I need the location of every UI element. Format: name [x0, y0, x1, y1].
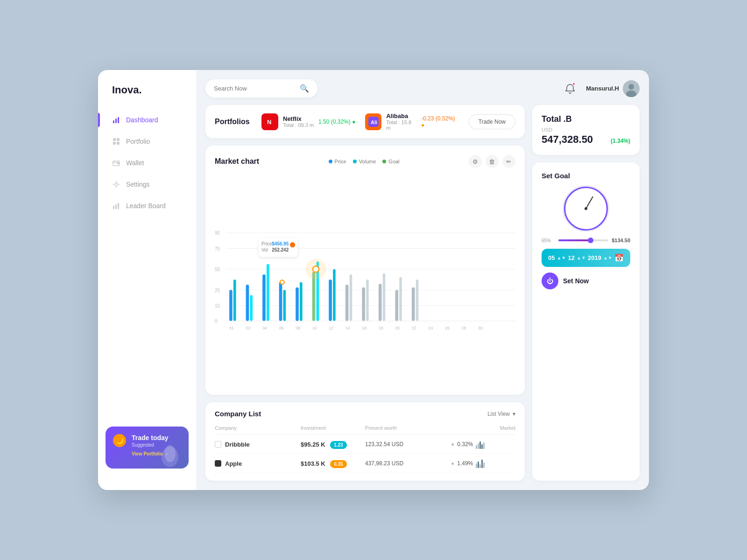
goal-clock [563, 185, 609, 232]
calendar-icon[interactable]: 📅 [614, 253, 624, 262]
svg-rect-2 [118, 117, 119, 123]
total-change: (1.34%) [611, 138, 630, 144]
svg-rect-34 [229, 290, 233, 321]
chart-legend: Price Volume Goal [329, 159, 400, 164]
col-company: Company [215, 425, 301, 431]
mini-bar [479, 464, 481, 468]
market-chart-svg: 95 75 50 25 10 0 [215, 174, 515, 385]
right-column: Total .B USD 547,328.50 (1.34%) Set Goal [532, 105, 640, 481]
svg-text:252.242: 252.242 [272, 247, 289, 252]
portfolios-title: Portfolios [215, 118, 252, 126]
apple-investment: $103.5 K [301, 460, 325, 467]
col-present-worth: Present worth [365, 425, 451, 431]
chart-actions: ⚙ 🗑 ✏ [469, 155, 515, 168]
trade-card[interactable]: 🌙 Trade today Suggested View Portfolio → [106, 427, 189, 469]
dribbble-checkbox[interactable] [215, 441, 221, 448]
svg-text:14: 14 [345, 326, 350, 330]
sidebar-item-portfolio[interactable]: Portfolio [98, 132, 196, 151]
svg-text:75: 75 [215, 246, 220, 252]
svg-rect-60 [366, 280, 369, 321]
chart-body: 95 75 50 25 10 0 [215, 174, 515, 385]
svg-point-45 [290, 242, 295, 247]
sidebar-item-label: Wallet [126, 159, 144, 167]
total-amount: 547,328.50 [542, 133, 593, 146]
slider-thumb[interactable] [588, 238, 593, 243]
table-row: Apple $103.5 K 0.35 437,98.23 USD ● 1.49… [215, 454, 515, 473]
svg-point-54 [313, 266, 319, 272]
portfolio-item-alibaba[interactable]: Ali Alibaba Total : 15.8 m -0.23 (0.52%) [365, 112, 459, 131]
sidebar-item-settings[interactable]: Settings [98, 175, 196, 194]
svg-rect-37 [250, 295, 253, 321]
chart-settings-button[interactable]: ⚙ [469, 155, 482, 168]
svg-rect-11 [115, 204, 117, 209]
total-row: 547,328.50 (1.34%) [542, 133, 630, 146]
list-view-button[interactable]: List View ▾ [487, 411, 515, 417]
set-now-text: Set Now [563, 277, 589, 285]
svg-rect-57 [345, 285, 349, 321]
set-goal-card: Set Goal 65% [532, 162, 640, 481]
date-field-month[interactable]: 05 ▲▼ [548, 254, 566, 261]
mini-bar-chart [476, 459, 485, 468]
svg-text:Ali: Ali [371, 119, 377, 125]
search-box[interactable]: 🔍 [205, 79, 317, 98]
mini-bar [478, 443, 479, 449]
apple-checkbox[interactable] [215, 460, 221, 467]
svg-rect-1 [115, 119, 117, 123]
trade-card-decoration [156, 436, 184, 469]
mini-bar [481, 444, 483, 449]
netflix-total: Total : 09.3 m [283, 122, 314, 128]
sidebar-item-dashboard[interactable]: Dashboard [98, 110, 196, 130]
market-dot: ● [451, 460, 454, 467]
chart-delete-button[interactable]: 🗑 [486, 155, 499, 168]
date-field-day[interactable]: 12 ▲▼ [568, 254, 586, 261]
svg-text:08: 08 [296, 326, 300, 330]
legend-goal: Goal [382, 159, 399, 164]
avatar [623, 80, 640, 97]
alibaba-logo: Ali [365, 113, 381, 130]
legend-volume: Volume [353, 159, 376, 164]
svg-text:02: 02 [246, 326, 251, 330]
svg-rect-50 [300, 282, 303, 321]
month-arrow: ▲▼ [557, 255, 566, 260]
settings-icon [112, 180, 120, 189]
market-chart-card: Market chart Price Volume [205, 146, 525, 395]
date-field-year[interactable]: 2019 ▲▼ [588, 254, 613, 261]
date-picker[interactable]: 05 ▲▼ 12 ▲▼ 2019 ▲▼ 📅 [542, 249, 630, 267]
svg-text:16: 16 [362, 326, 366, 330]
left-column: Portfolios N Netflix Total : 09.3 m [205, 105, 525, 481]
company-list-card: Company List List View ▾ Company Investm… [205, 402, 525, 481]
svg-text:26: 26 [445, 326, 450, 330]
sidebar-item-leaderboard[interactable]: Leader Board [98, 196, 196, 216]
notification-badge [572, 82, 576, 86]
sidebar-item-wallet[interactable]: Wallet [98, 153, 196, 173]
apple-worth: 437,98.23 USD [365, 460, 451, 467]
search-input[interactable] [214, 85, 295, 92]
chevron-down-icon: ▾ [513, 411, 515, 417]
table-head: Company Investment Present worth Market [215, 423, 515, 435]
netflix-logo: N [261, 113, 278, 130]
svg-rect-47 [283, 290, 286, 321]
user-info[interactable]: Mansurul.H [586, 80, 640, 97]
volume-dot [353, 160, 357, 163]
slider-fill [558, 239, 591, 241]
chart-edit-button[interactable]: ✏ [502, 155, 515, 168]
svg-rect-55 [329, 280, 332, 321]
svg-rect-59 [362, 287, 365, 321]
svg-text:28: 28 [462, 326, 466, 330]
list-header: Company List List View ▾ [215, 410, 515, 418]
svg-text:Price: Price [261, 241, 272, 246]
header-right: Mansurul.H [562, 80, 640, 97]
set-now-icon: ⏻ [542, 273, 558, 289]
set-now-button[interactable]: ⏻ Set Now [542, 273, 630, 289]
mini-bar [479, 441, 481, 449]
svg-rect-5 [113, 142, 116, 145]
trade-now-button[interactable]: Trade Now [469, 114, 515, 129]
main-content: 🔍 Mansurul.H [196, 70, 649, 490]
svg-text:Vol: Vol [261, 247, 268, 252]
portfolio-item-netflix[interactable]: N Netflix Total : 09.3 m 1.50 (0.32%) [261, 113, 356, 130]
alibaba-total: Total : 15.8 m [386, 119, 416, 131]
apple-market: ● 1.49% [451, 459, 515, 468]
slider-track[interactable] [558, 239, 608, 241]
svg-rect-58 [350, 274, 352, 321]
notification-button[interactable] [562, 80, 578, 97]
